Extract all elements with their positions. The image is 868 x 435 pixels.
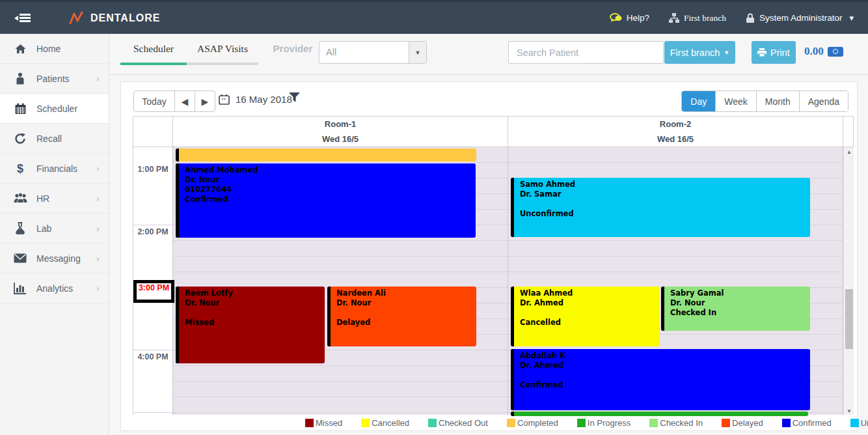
branch-sitemap-icon [669,13,679,23]
printer-icon [757,48,766,57]
sidebar-item-label: Home [36,44,100,54]
date-header-2: Wed 16/5 [508,132,843,147]
sidebar-item-label: Patients [36,74,96,84]
money-icon [828,47,843,57]
sidebar-item-scheduler[interactable]: Scheduler [0,94,109,124]
time-label: 2:00 PM [133,225,172,288]
sidebar-item-recall[interactable]: Recall [0,124,109,154]
current-date-label[interactable]: 16 May 2018 [236,94,292,105]
legend-item-missed: Missed [305,418,342,428]
app-logo[interactable]: DENTALORE [68,10,160,26]
sidebar-item-label: HR [36,193,96,204]
header-pad [843,132,853,147]
legend-item-checked-in: Checked In [649,418,703,428]
sidebar-collapse-icon[interactable] [12,12,31,24]
date-calendar-icon [219,94,230,105]
view-button-agenda[interactable]: Agenda [799,91,848,111]
user-menu[interactable]: System Administrator ▾ [746,13,854,23]
legend-swatch [850,419,859,427]
gutter-header-cell [133,117,173,132]
legend-swatch [428,419,437,427]
content-header: Scheduler ASAP Visits Provider All ▼ Fir… [109,34,868,75]
balance-display[interactable]: 0.00 [804,45,843,58]
calendar-icon [13,102,27,115]
scrollbar-thumb[interactable] [845,289,853,349]
chevron-right-icon: › [96,73,100,84]
highlighted-time-box[interactable]: 3:00 PM [133,280,174,303]
print-button[interactable]: Print [752,41,796,64]
appointment-abdallah-k[interactable]: Abdallah KDr. Ahmed Confirmed [511,349,810,410]
sidebar-item-messaging[interactable]: Messaging› [0,244,109,274]
tab-asap-visits[interactable]: ASAP Visits [187,43,258,65]
appointment-samo-ahmed[interactable]: Samo AhmedDr. Samar Unconfirmed [511,178,810,237]
brand-name: DENTALORE [90,12,160,24]
branch-select-button[interactable]: First branch ▼ [664,41,735,64]
sidebar-item-financials[interactable]: $Financials› [0,154,109,184]
sidebar-item-patients[interactable]: Patients› [0,64,109,94]
room-header-2: Room-2 [508,117,843,132]
room-header-row: Room-1Room-2 [133,116,854,132]
sidebar-item-analytics[interactable]: Analytics› [0,274,109,303]
legend-item-confirmed: Confirmed [782,418,832,428]
vertical-scrollbar[interactable]: ▲▼ [843,147,854,416]
help-chat-icon [610,13,622,23]
tab-provider[interactable]: Provider [270,43,316,62]
svg-text:$: $ [17,162,23,175]
scroll-up-icon[interactable]: ▲ [844,149,854,155]
sidebar: HomePatients›SchedulerRecall$Financials›… [0,34,109,435]
chevron-right-icon: › [96,253,100,264]
next-day-button[interactable]: ▶ [195,91,215,111]
appointment-reem-lotfy[interactable]: Reem LotfyDr. Nour Missed [176,287,325,363]
legend-item-cancelled: Cancelled [361,418,409,428]
view-button-day[interactable]: Day [682,91,715,111]
main-content: Scheduler ASAP Visits Provider All ▼ Fir… [109,34,868,435]
chevron-right-icon: › [96,223,100,234]
legend-swatch [305,419,314,427]
sidebar-item-hr[interactable]: HR› [0,184,109,214]
home-icon [13,42,27,55]
legend-item-completed: Completed [507,418,558,428]
gutter-header-cell [133,132,173,147]
patients-icon [13,72,27,85]
appointment-completed[interactable] [176,148,476,161]
sidebar-item-lab[interactable]: Lab› [0,214,109,244]
recall-icon [13,132,27,145]
date-header-1: Wed 16/5 [173,132,508,147]
header-pad [843,117,853,132]
appointment-in-progress[interactable] [511,412,808,416]
legend-item-unconfirmed: Unconfirmed [850,418,868,428]
help-label: Help? [627,13,649,23]
hr-icon [13,192,27,205]
appointment-nardeen-ali[interactable]: Nardeen AliDr. Nour Delayed [327,287,476,346]
view-button-week[interactable]: Week [715,91,756,111]
sidebar-item-label: Analytics [36,283,96,294]
view-button-month[interactable]: Month [756,91,799,111]
provider-filter-select[interactable]: All ▼ [319,41,427,64]
time-label: 4:00 PM [133,350,172,413]
user-chevron-down-icon: ▾ [849,13,854,23]
today-button[interactable]: Today [134,91,174,111]
analytics-icon [13,282,27,295]
legend-swatch [507,419,515,427]
search-patient-input[interactable] [508,41,664,64]
appointment-ahmed-mohamed[interactable]: Ahmed MohamedDr. Nour010277644Confirmed [176,163,476,238]
appointment-wlaa-ahmed[interactable]: Wlaa AhmedDr. Ahmed Cancelled [511,287,660,346]
appointment-sabry-gamal[interactable]: Sabry GamalDr. NourChecked In [661,287,810,331]
branch-label: First branch [684,13,726,23]
envelope-icon [13,252,27,265]
sidebar-item-label: Messaging [36,253,96,264]
tab-scheduler[interactable]: Scheduler [120,43,187,65]
legend-swatch [577,419,586,427]
previous-day-button[interactable]: ◀ [174,91,195,111]
help-menu[interactable]: Help? [610,13,649,23]
scroll-down-icon[interactable]: ▼ [844,408,854,414]
sidebar-item-label: Recall [36,133,100,144]
branch-menu[interactable]: First branch [669,13,726,23]
sidebar-item-home[interactable]: Home [0,34,109,64]
branch-chevron-down-icon: ▼ [724,49,729,56]
calendar-body: 1:00 PM2:00 PM4:00 PM3:00 PMAhmed Mohame… [133,147,854,416]
date-header-row: Wed 16/5Wed 16/5 [133,132,854,147]
filter-funnel-icon[interactable] [289,92,300,105]
user-label: System Administrator [759,13,843,23]
balance-amount: 0.00 [804,45,824,58]
